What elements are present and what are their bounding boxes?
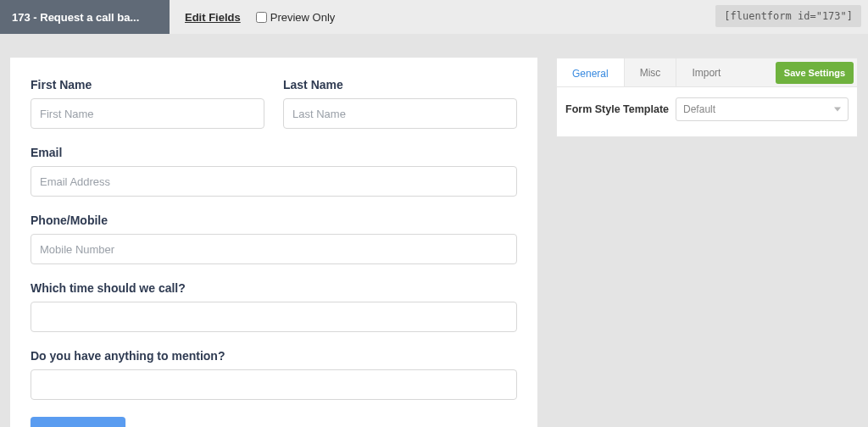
style-template-select[interactable]: Default — [676, 97, 849, 121]
save-settings-button[interactable]: Save Settings — [776, 62, 854, 84]
form-panel: First Name Last Name Email Phone/Mobile … — [10, 58, 537, 427]
tab-import[interactable]: Import — [676, 58, 736, 86]
content-area: First Name Last Name Email Phone/Mobile … — [0, 34, 868, 427]
email-input[interactable] — [31, 166, 517, 197]
tab-general[interactable]: General — [557, 58, 624, 86]
time-input[interactable] — [31, 302, 517, 332]
shortcode-display[interactable]: [fluentform id="173"] — [715, 5, 861, 27]
style-template-value: Default — [683, 103, 715, 115]
preview-only-checkbox[interactable] — [256, 12, 267, 23]
settings-body: Form Style Template Default — [556, 86, 858, 137]
time-label: Which time should we call? — [31, 281, 517, 295]
topbar: 173 - Request a call ba... Edit Fields P… — [0, 0, 868, 34]
message-label: Do you have anything to mention? — [31, 349, 517, 363]
last-name-input[interactable] — [283, 98, 517, 129]
preview-only-label: Preview Only — [270, 11, 336, 24]
edit-fields-link[interactable]: Edit Fields — [185, 11, 241, 24]
phone-input[interactable] — [31, 234, 517, 264]
style-template-label: Form Style Template — [565, 103, 669, 115]
first-name-input[interactable] — [31, 98, 264, 129]
chevron-down-icon — [834, 108, 841, 112]
last-name-label: Last Name — [283, 78, 517, 92]
message-input[interactable] — [31, 369, 517, 400]
settings-panel: General Misc Import Save Settings Form S… — [556, 58, 858, 427]
form-title: 173 - Request a call ba... — [0, 0, 170, 34]
email-label: Email — [31, 146, 517, 159]
tab-misc[interactable]: Misc — [624, 58, 676, 86]
preview-only-toggle[interactable]: Preview Only — [256, 11, 336, 24]
submit-button[interactable]: Submit Form — [31, 417, 125, 427]
phone-label: Phone/Mobile — [31, 214, 517, 227]
settings-tabs: General Misc Import Save Settings — [556, 58, 858, 86]
first-name-label: First Name — [31, 78, 264, 92]
